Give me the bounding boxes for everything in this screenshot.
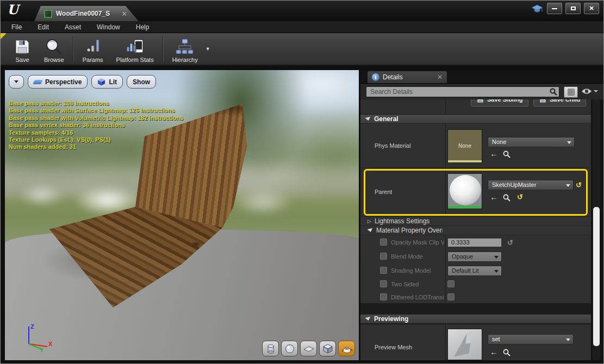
minimize-button[interactable] [547,3,562,14]
parent-row: Parent SketchUpMaster ↺ ← ↺ [360,168,591,217]
reset-to-default-icon[interactable]: ↺ [507,239,513,246]
params-button[interactable]: Params [76,33,110,65]
shape-cube-button[interactable] [319,341,336,356]
details-tab-close-icon[interactable]: ✕ [437,73,443,81]
chevron-down-icon [566,338,570,341]
use-selected-arrow-icon[interactable]: ← [490,193,498,201]
asset-actions-row: Save Sibling Save Child [360,99,591,115]
menubar: File Edit Asset Window Help [1,21,603,33]
parent-material-combo[interactable]: SketchUpMaster [488,180,574,190]
override-row: Dithered LODTransition [360,291,591,304]
save-child-button[interactable]: Save Child [533,99,586,106]
dithered-lod-value-checkbox[interactable] [447,293,454,300]
svg-text:Y: Y [40,347,44,353]
menu-asset[interactable]: Asset [62,23,84,31]
two-sided-value-checkbox[interactable] [447,280,454,287]
opacity-mask-clip-value-field[interactable]: 0.3333 [447,238,502,247]
close-button[interactable]: ✕ [584,3,599,14]
override-checkbox[interactable] [380,280,387,287]
asset-tab-label: WoodFine0007_S [56,10,110,17]
browse-button[interactable]: Browse [38,33,71,65]
hierarchy-button[interactable]: Hierarchy [166,33,204,65]
axis-gizmo: Z X Y [20,321,55,353]
override-checkbox[interactable] [380,267,387,274]
toolbar: Save Browse Params Platform Stats Hierar… [1,33,603,66]
general-section-header[interactable]: General [360,115,591,124]
search-details-input[interactable] [366,86,559,97]
chevron-down-icon [566,184,570,187]
shape-cylinder-button[interactable] [262,341,279,356]
tutorial-wedge-icon [1,33,7,39]
material-sphere-preview [450,175,481,205]
browse-to-asset-icon[interactable] [503,349,510,356]
browse-to-asset-icon[interactable] [503,194,510,202]
menu-file[interactable]: File [9,23,24,31]
minimize-icon [552,8,557,9]
override-row: Opacity Mask Clip Value 0.3333 ↺ [360,235,591,249]
save-sibling-button[interactable]: Save Sibling [471,99,528,106]
parent-material-thumbnail[interactable] [447,173,482,209]
lightmass-settings-header[interactable]: ▷ Lightmass Settings [360,217,591,226]
override-checkbox[interactable] [380,293,387,300]
texture-asset-icon [44,10,52,18]
override-checkbox[interactable] [380,253,387,260]
use-selected-arrow-icon[interactable]: ← [490,348,498,356]
phys-material-thumbnail[interactable]: None [447,129,482,163]
details-scrollbar-thumb[interactable] [593,207,600,346]
lit-cube-icon [97,78,105,86]
asset-tab[interactable]: WoodFine0007_S ✕ [33,6,141,21]
hierarchy-dropdown-icon[interactable]: ▼ [206,46,210,52]
collapse-triangle-icon [365,117,371,121]
toolbar-separator [163,36,164,61]
eye-icon [581,88,592,95]
platform-stats-button[interactable]: Platform Stats [110,33,160,65]
collapsed-triangle-icon: ▷ [368,218,371,224]
view-options-button[interactable] [581,88,598,95]
shape-teapot-button[interactable] [338,341,355,356]
chevron-down-icon [14,80,18,83]
chevron-down-icon [567,141,571,144]
device-chart-icon [124,38,145,55]
chevron-down-icon [494,270,499,273]
perspective-button[interactable]: Perspective [28,75,88,89]
preview-mesh-combo[interactable]: set [488,334,574,344]
lit-mode-button[interactable]: Lit [91,75,123,89]
browse-to-asset-icon[interactable] [503,150,510,158]
floppy-disk-icon [14,38,31,55]
tab-close-icon[interactable]: ✕ [121,10,127,18]
display-grid-button[interactable] [564,86,578,98]
shape-sphere-button[interactable] [281,341,298,356]
details-tab[interactable]: i Details ✕ [368,71,447,83]
viewport-options-button[interactable] [9,75,24,89]
tutorial-cap-icon[interactable] [531,3,544,14]
previewing-section-header[interactable]: Previewing [360,315,591,324]
material-property-overrides-header[interactable]: Material Property Overrides [360,226,591,235]
preview-shape-buttons [262,341,355,356]
grid-view-icon [568,89,575,96]
details-search-row [360,83,603,99]
blend-mode-combo[interactable]: Opaque [447,252,502,262]
reset-to-default-icon[interactable]: ↺ [576,181,582,189]
preview-mesh-thumbnail[interactable] [447,329,482,360]
save-button[interactable]: Save [7,33,38,65]
section-gap [360,304,591,315]
perspective-icon [33,80,43,84]
override-checkbox[interactable] [380,239,387,246]
mesh-silhouette [448,329,482,360]
cylinder-icon [265,343,276,354]
restore-button[interactable] [565,3,581,14]
menu-help[interactable]: Help [133,23,152,31]
preview-viewport[interactable]: Perspective Lit Show Base pass shader: 1… [5,70,359,360]
reset-to-default-icon[interactable]: ↺ [517,193,523,200]
menu-edit[interactable]: Edit [35,23,52,31]
floppy-disk-icon [477,99,484,103]
shading-model-combo[interactable]: Default Lit [447,266,502,276]
menu-window[interactable]: Window [94,23,123,31]
use-selected-arrow-icon[interactable]: ← [490,150,498,158]
show-button[interactable]: Show [127,75,156,89]
phys-material-combo[interactable]: None [488,137,575,147]
svg-text:X: X [48,341,53,347]
shape-plane-button[interactable] [300,341,317,356]
collapse-triangle-icon [367,228,373,233]
ue-material-instance-editor: U WoodFine0007_S ✕ ✕ File Edit Asset Win… [0,0,604,364]
